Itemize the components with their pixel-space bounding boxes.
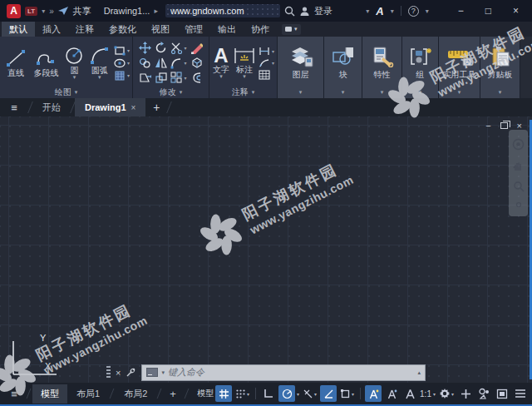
copy-button[interactable] (139, 57, 151, 69)
new-drawing-button[interactable]: + (145, 98, 167, 116)
explode-button[interactable] (190, 57, 203, 69)
isolate-objects-button[interactable] (475, 385, 492, 402)
drawing-minimize-button[interactable]: − (485, 121, 490, 131)
array-button[interactable]: ▾ (170, 72, 186, 84)
new-layout-button[interactable]: + (163, 386, 183, 402)
ellipse-button[interactable]: ▾ (114, 58, 130, 68)
ribbon-display-toggle[interactable]: ▾ (282, 24, 301, 35)
block-button[interactable]: 块 (324, 37, 362, 87)
osnap-caret-icon[interactable]: ▾ (352, 391, 354, 397)
quick-access-more-icon[interactable]: » (49, 7, 53, 16)
ribbon-tab-home[interactable]: 默认 (2, 22, 35, 37)
offset-button[interactable] (190, 72, 203, 84)
dimension-button[interactable]: 标注 ▾ (233, 47, 256, 79)
help-caret-icon[interactable]: ▾ (426, 7, 429, 15)
command-wrench-icon[interactable] (126, 367, 136, 378)
ortho-toggle[interactable] (260, 385, 277, 402)
model-space-button[interactable]: 模型 (197, 388, 214, 399)
clipboard-button[interactable]: 剪贴板 (480, 37, 520, 87)
fillet-button[interactable]: ▾ (170, 57, 186, 69)
group-button[interactable]: 组 (402, 37, 438, 87)
panel-annotate-label[interactable]: 注释▾ (209, 87, 277, 98)
drawing-canvas[interactable]: − × Y X (0, 116, 532, 383)
osnap-tracking-toggle[interactable] (320, 385, 337, 402)
isoplane-toggle[interactable]: ▾ (301, 385, 318, 402)
polar-tracking-toggle[interactable] (278, 385, 295, 402)
close-button[interactable]: × (513, 5, 519, 17)
layers-button[interactable]: 图层 (278, 37, 323, 87)
properties-button[interactable]: 特性 (362, 37, 401, 87)
autodesk-icon[interactable]: A (376, 5, 383, 17)
isoplane-caret-icon[interactable]: ▾ (314, 391, 317, 397)
ribbon-tab-annotate[interactable]: 注释 (68, 22, 101, 37)
login-button[interactable]: 登录 (314, 5, 332, 17)
arc-caret-icon[interactable]: ▾ (98, 75, 101, 80)
command-close-icon[interactable]: × (116, 368, 121, 378)
snap-caret-icon[interactable]: ▾ (247, 391, 249, 397)
layout2-tab[interactable]: 布局2 (116, 384, 155, 404)
share-button[interactable]: 共享 (73, 5, 91, 17)
erase-button[interactable] (190, 42, 203, 54)
maximize-button[interactable]: □ (485, 5, 491, 17)
workspace-caret-icon[interactable]: ▾ (451, 391, 454, 397)
customize-button[interactable] (512, 385, 529, 402)
help-icon[interactable]: ? (408, 6, 419, 17)
stretch-button[interactable] (139, 72, 151, 84)
autocad-logo-icon[interactable]: A (7, 4, 21, 18)
panel-draw-label[interactable]: 绘图▾ (0, 87, 132, 98)
minimize-button[interactable]: − (458, 5, 464, 17)
panel-properties-expand[interactable]: ▾ (362, 87, 401, 98)
polyline-button[interactable]: 多段线 (32, 48, 61, 77)
command-prompt-icon[interactable] (146, 368, 158, 377)
layout-menu-icon[interactable]: ≡ (3, 388, 25, 400)
trim-button[interactable]: ▾ (170, 42, 186, 54)
doc-caret-icon[interactable]: ▸ (154, 7, 158, 15)
navbar-gear-icon[interactable] (515, 201, 523, 208)
search-icon[interactable] (284, 6, 295, 17)
zoom-extents-icon[interactable] (513, 181, 525, 192)
user-icon[interactable] (299, 6, 310, 17)
text-caret-icon[interactable]: ▾ (219, 74, 223, 79)
ribbon-tab-parametric[interactable]: 参数化 (101, 22, 144, 37)
panel-modify-label[interactable]: 修改▾ (133, 87, 209, 98)
search-input[interactable]: www.gndown.com (165, 4, 280, 17)
linear-dim-button[interactable]: ▾ (259, 47, 274, 56)
command-input[interactable]: ▾ 键入命令 ▴ (141, 364, 426, 381)
panel-utilities-expand[interactable]: ▾ (439, 87, 480, 98)
ribbon-tab-view[interactable]: 视图 (144, 22, 177, 37)
leader-button[interactable]: ▾ (259, 58, 274, 67)
panel-block-expand[interactable]: ▾ (324, 87, 362, 98)
osnap-toggle[interactable]: ▾ (338, 385, 356, 402)
command-expand-icon[interactable]: ▴ (417, 369, 421, 376)
polar-caret-icon[interactable]: ▾ (297, 391, 299, 397)
circle-button[interactable]: 圆 ▾ (63, 46, 86, 80)
clean-screen-button[interactable] (494, 385, 510, 402)
ribbon-tab-collaborate[interactable]: 协作 (244, 22, 277, 37)
circle-caret-icon[interactable]: ▾ (73, 75, 76, 80)
dimension-caret-icon[interactable]: ▾ (243, 74, 246, 79)
line-button[interactable]: 直线 (2, 48, 29, 77)
panel-layers-expand[interactable]: ▾ (278, 87, 323, 98)
workspace-button[interactable]: ▾ (437, 385, 456, 402)
annotation-visibility-toggle[interactable] (365, 385, 382, 402)
layout1-tab[interactable]: 布局1 (68, 384, 108, 404)
panel-clipboard-expand[interactable]: ▾ (480, 87, 520, 98)
panel-group-expand[interactable]: ▾ (402, 87, 438, 98)
annotation-scale-button[interactable] (401, 385, 418, 402)
file-tab-close-icon[interactable]: × (131, 103, 136, 112)
rectangle-button[interactable]: ▾ (114, 46, 130, 56)
snap-toggle[interactable]: ▾ (234, 385, 251, 402)
scale-value[interactable]: 1:1 (420, 389, 431, 399)
navigation-wheel-icon[interactable] (512, 138, 525, 151)
table-button[interactable] (259, 70, 274, 80)
annotation-monitor-button[interactable] (457, 385, 474, 402)
ribbon-tab-insert[interactable]: 插入 (35, 22, 68, 37)
model-tab[interactable]: 模型 (32, 384, 67, 404)
scale-button[interactable] (155, 72, 167, 84)
text-button[interactable]: A 文字 ▾ (212, 47, 230, 79)
arc-button[interactable]: 圆弧 ▾ (88, 46, 111, 80)
mirror-button[interactable] (155, 57, 167, 69)
navigation-bar[interactable] (509, 130, 528, 216)
hatch-button[interactable]: ▾ (114, 71, 130, 81)
ribbon-tab-output[interactable]: 输出 (210, 22, 244, 37)
